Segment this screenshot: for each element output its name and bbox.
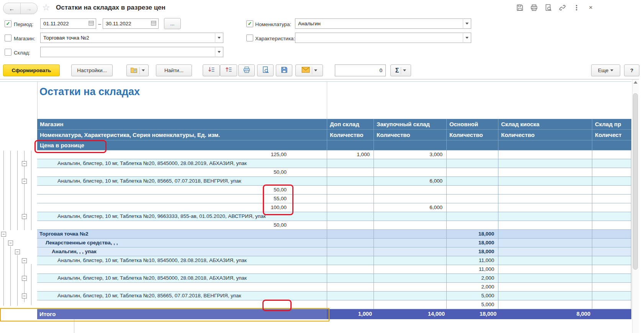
send-email-button[interactable] bbox=[295, 64, 323, 76]
store-combo[interactable]: Торговая точка №2 bbox=[40, 33, 223, 43]
column-header-prod: Склад пр bbox=[592, 119, 631, 129]
quantity-value: 6,000 bbox=[375, 204, 442, 210]
nomenclature-checkbox[interactable] bbox=[246, 20, 253, 27]
quantity-value: 5,000 bbox=[448, 302, 494, 307]
more-actions-button[interactable]: Еще bbox=[591, 64, 620, 76]
back-arrow-icon: ← bbox=[9, 5, 15, 12]
expand-groups-button[interactable] bbox=[203, 64, 220, 76]
annotation-empty-price bbox=[262, 300, 292, 311]
quantity-value: 18,000 bbox=[448, 249, 494, 254]
collapse-group-box[interactable]: − bbox=[22, 179, 27, 184]
tree-line bbox=[17, 151, 18, 230]
settings-button[interactable]: Настройки... bbox=[71, 64, 113, 76]
report-row[interactable]: 100,006,000 bbox=[37, 203, 631, 212]
collapse-group-box[interactable]: − bbox=[22, 161, 27, 166]
characteristic-checkbox[interactable] bbox=[246, 35, 253, 41]
dropdown-arrow-icon[interactable] bbox=[463, 18, 471, 29]
collapse-group-box[interactable]: − bbox=[15, 249, 20, 254]
dropdown-arrow-icon[interactable] bbox=[215, 33, 223, 43]
column-header-kiosk: Склад киоска bbox=[498, 119, 592, 129]
report-row[interactable]: 125,001,0003,000 bbox=[37, 150, 631, 159]
calendar-icon[interactable] bbox=[151, 20, 157, 27]
forward-button[interactable]: → bbox=[21, 3, 38, 14]
store-checkbox[interactable] bbox=[5, 35, 11, 41]
report-row[interactable]: Анальгин, блистер, 10 мг, Таблетка №20, … bbox=[37, 212, 631, 221]
report-row[interactable]: Лекарственные средства, , ,18,000 bbox=[37, 239, 631, 247]
generate-button[interactable]: Сформировать bbox=[3, 64, 60, 76]
save-result-button[interactable] bbox=[276, 64, 292, 76]
report-row[interactable]: 11,000 bbox=[37, 265, 631, 274]
header-nomenclature: Номенклатура, Характеристика, Серия номе… bbox=[37, 130, 327, 140]
report-row[interactable]: Анальгин, блистер, 10 мг, Таблетка №20, … bbox=[37, 274, 631, 283]
tree-line bbox=[3, 237, 4, 306]
group-text: Торговая точка №2 bbox=[39, 231, 88, 237]
column-header-empty bbox=[498, 140, 592, 150]
period-from-input[interactable]: 01.11.2022 bbox=[40, 18, 96, 29]
report-row[interactable]: 55,00 bbox=[37, 195, 631, 203]
report-variants-button[interactable] bbox=[126, 64, 149, 76]
report-row[interactable]: Анальгин, блистер, 10 мг, Таблетка №20, … bbox=[37, 159, 631, 168]
collapse-group-box[interactable]: − bbox=[22, 293, 27, 298]
period-more-button[interactable]: ... bbox=[164, 18, 181, 29]
report-row[interactable]: 50,00 bbox=[37, 168, 631, 177]
print-preview-button[interactable] bbox=[257, 64, 274, 76]
collapse-groups-button[interactable] bbox=[220, 64, 237, 76]
close-icon[interactable]: × bbox=[587, 3, 595, 12]
find-button[interactable]: Найти... bbox=[156, 64, 192, 76]
collapse-group-box[interactable]: − bbox=[22, 214, 27, 219]
grid-column-line bbox=[374, 150, 374, 319]
report-row[interactable]: Анальгин, блистер, 10 мг, Таблетка №20, … bbox=[37, 292, 631, 300]
help-button[interactable]: ? bbox=[624, 64, 639, 76]
print-icon[interactable] bbox=[530, 3, 538, 12]
scroll-up-icon[interactable] bbox=[634, 81, 637, 84]
report-row[interactable]: 2,000 bbox=[37, 283, 631, 292]
quantity-value: 6,000 bbox=[375, 178, 442, 184]
report-row[interactable]: 50,00 bbox=[37, 221, 631, 230]
folder-report-icon bbox=[130, 67, 138, 74]
more-menu-icon[interactable] bbox=[572, 3, 581, 12]
report-row[interactable]: Торговая точка №218,000 bbox=[37, 230, 631, 239]
nomenclature-combo[interactable]: Анальгин bbox=[295, 18, 471, 29]
sum-button[interactable]: Σ bbox=[390, 64, 411, 76]
warehouse-combo[interactable] bbox=[40, 47, 223, 57]
characteristic-combo[interactable] bbox=[295, 33, 471, 43]
period-to-input[interactable]: 30.11.2022 bbox=[103, 18, 159, 29]
header-store: Магазин bbox=[37, 119, 327, 129]
favorite-star-icon[interactable]: ☆ bbox=[42, 2, 50, 13]
report-row[interactable]: Анальгин, , , упак18,000 bbox=[37, 247, 631, 256]
collapse-group-box[interactable]: − bbox=[1, 232, 6, 237]
scrollbar-thumb[interactable] bbox=[633, 93, 638, 270]
grid-column-line bbox=[446, 150, 447, 319]
link-icon[interactable] bbox=[558, 3, 567, 12]
dropdown-arrow-icon bbox=[142, 69, 145, 71]
collapse-group-box[interactable]: − bbox=[22, 258, 27, 263]
header-row-price: Цена в рознице bbox=[37, 140, 631, 150]
retail-price-value: 50,00 bbox=[229, 169, 287, 175]
report-row[interactable]: Анальгин, блистер, 10 мг, Таблетка №10, … bbox=[37, 256, 631, 265]
warehouse-checkbox[interactable] bbox=[5, 49, 11, 56]
page-title: Остатки на складах в разрезе цен bbox=[56, 4, 166, 12]
dropdown-arrow-icon[interactable] bbox=[215, 47, 223, 57]
retail-price-value: 50,00 bbox=[229, 222, 287, 228]
forward-arrow-icon: → bbox=[26, 5, 32, 12]
save-icon[interactable] bbox=[516, 3, 524, 12]
period-checkbox[interactable] bbox=[5, 20, 11, 27]
collapse-group-box[interactable]: − bbox=[8, 241, 13, 246]
save-blue-icon bbox=[280, 66, 288, 75]
nomenclature-label: Номенклатура: bbox=[255, 21, 291, 27]
report-row[interactable]: Анальгин, блистер, 10 мг, Таблетка №20, … bbox=[37, 177, 631, 186]
group-text: Лекарственные средства, , , bbox=[46, 240, 118, 246]
dropdown-arrow-icon[interactable] bbox=[463, 33, 471, 43]
dropdown-arrow-icon bbox=[314, 69, 317, 71]
calendar-icon[interactable] bbox=[88, 20, 94, 27]
report-title: Остатки на складах bbox=[39, 86, 140, 98]
back-button[interactable]: ← bbox=[3, 3, 21, 14]
preview-icon[interactable] bbox=[544, 3, 552, 12]
print-button[interactable] bbox=[238, 64, 255, 76]
quantity-value: 18,000 bbox=[448, 240, 494, 246]
series-text: Анальгин, блистер, 10 мг, Таблетка №10, … bbox=[57, 257, 247, 263]
counter-input[interactable]: 0 bbox=[335, 64, 386, 76]
report-row[interactable]: 50,00 bbox=[37, 186, 631, 195]
column-header-osn: Количество bbox=[446, 130, 498, 140]
collapse-group-box[interactable]: − bbox=[22, 276, 27, 281]
